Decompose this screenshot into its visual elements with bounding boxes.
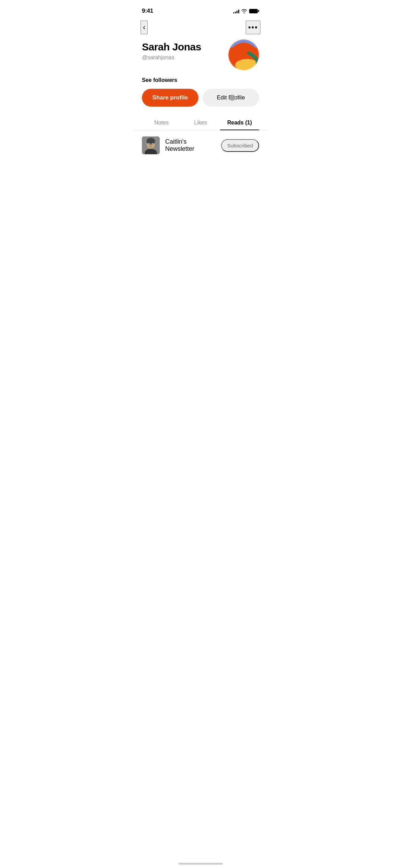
- svg-point-10: [149, 144, 149, 145]
- signal-icon: [233, 9, 239, 13]
- profile-name: Sarah Jonas: [142, 41, 225, 53]
- wifi-icon: [241, 9, 247, 13]
- newsletter-name: Caitlin's Newsletter: [165, 138, 216, 153]
- svg-point-6: [147, 138, 155, 143]
- newsletter-avatar: [142, 136, 160, 154]
- edit-profile-button[interactable]: Edit Profile: [203, 89, 259, 107]
- back-button[interactable]: ‹: [141, 21, 148, 34]
- nav-bar: ‹ •••: [134, 17, 267, 38]
- see-followers-text[interactable]: See followers: [142, 77, 177, 83]
- see-followers[interactable]: See followers: [134, 70, 267, 89]
- tab-reads[interactable]: Reads (1): [220, 115, 259, 130]
- touch-indicator: [229, 95, 235, 101]
- subscribed-button[interactable]: Subscribed: [221, 139, 259, 152]
- tab-likes[interactable]: Likes: [181, 115, 220, 130]
- battery-icon: [249, 9, 259, 13]
- tab-notes[interactable]: Notes: [142, 115, 181, 130]
- status-icons: [233, 9, 259, 13]
- list-item: Caitlin's Newsletter Subscribed: [142, 130, 259, 160]
- newsletter-list: Caitlin's Newsletter Subscribed: [134, 130, 267, 160]
- svg-point-11: [152, 144, 153, 145]
- profile-info: Sarah Jonas @sarahjonas: [142, 41, 225, 61]
- profile-username: @sarahjonas: [142, 55, 225, 61]
- profile-section: Sarah Jonas @sarahjonas: [134, 38, 267, 70]
- tabs: Notes Likes Reads (1): [134, 115, 267, 130]
- avatar: [228, 39, 259, 70]
- more-button[interactable]: •••: [246, 21, 260, 34]
- status-time: 9:41: [142, 8, 153, 14]
- action-buttons: Share profile Edit Profile: [134, 89, 267, 115]
- share-profile-button[interactable]: Share profile: [142, 89, 198, 107]
- status-bar: 9:41: [134, 0, 267, 17]
